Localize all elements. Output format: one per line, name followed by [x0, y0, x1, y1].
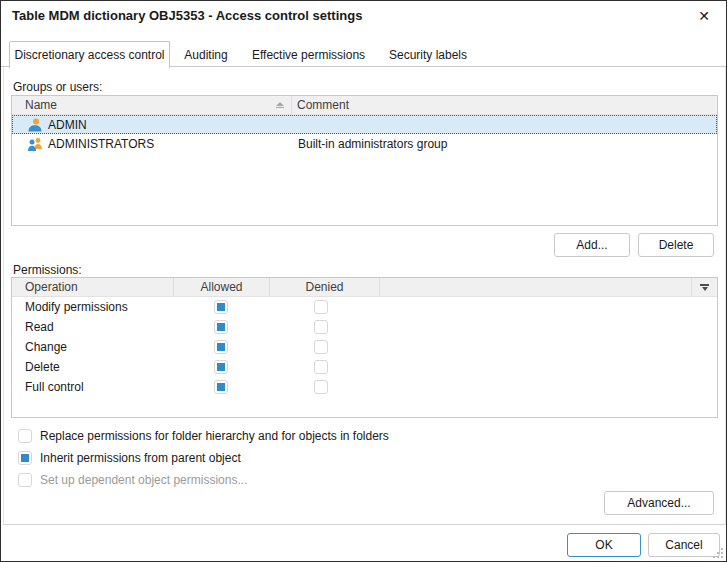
groups-list-header: Name Comment	[12, 96, 717, 115]
column-header-comment-label: Comment	[297, 98, 349, 112]
column-header-name[interactable]: Name	[12, 96, 292, 114]
option-replace-permissions: Replace permissions for folder hierarchy…	[18, 429, 389, 443]
dependent-permissions-checkbox[interactable]	[18, 473, 32, 487]
group-name: ADMINISTRATORS	[48, 137, 154, 151]
column-header-comment[interactable]: Comment	[292, 96, 717, 114]
tab-discretionary-access-control[interactable]: Discretionary access control	[9, 41, 170, 68]
close-button[interactable]: ✕	[690, 4, 718, 28]
denied-checkbox[interactable]	[314, 380, 328, 394]
column-header-denied-label: Denied	[305, 280, 343, 294]
permissions-table-header: Operation Allowed Denied	[12, 278, 717, 297]
column-filter-button[interactable]	[691, 278, 717, 296]
allowed-checkbox[interactable]	[214, 320, 228, 334]
sort-ascending-icon	[276, 102, 284, 108]
operation-label: Read	[25, 320, 54, 334]
tab-label: Auditing	[184, 48, 227, 62]
group-comment: Built-in administrators group	[298, 137, 447, 151]
tab-effective-permissions[interactable]: Effective permissions	[242, 43, 375, 67]
column-header-allowed[interactable]: Allowed	[174, 278, 270, 296]
column-header-operation[interactable]: Operation	[12, 278, 174, 296]
groups-list: Name Comment ADMIN ADMINISTRATORS	[11, 95, 718, 226]
column-header-denied[interactable]: Denied	[270, 278, 380, 296]
group-name: ADMIN	[48, 118, 87, 132]
add-button[interactable]: Add...	[554, 233, 630, 257]
ok-button[interactable]: OK	[567, 533, 641, 557]
close-icon: ✕	[698, 8, 710, 24]
tab-label: Discretionary access control	[14, 48, 164, 62]
operation-label: Modify permissions	[25, 300, 128, 314]
column-header-name-label: Name	[25, 98, 57, 112]
resize-grip[interactable]	[712, 547, 723, 558]
option-label: Replace permissions for folder hierarchy…	[40, 429, 389, 443]
tab-auditing[interactable]: Auditing	[170, 43, 242, 67]
operation-label: Full control	[25, 380, 84, 394]
filter-icon	[700, 284, 709, 291]
access-control-dialog: Table MDM dictionary OBJ5353 - Access co…	[0, 0, 727, 562]
replace-permissions-checkbox[interactable]	[18, 429, 32, 443]
permission-row-read: Read	[12, 317, 717, 337]
permissions-label: Permissions:	[13, 263, 82, 277]
option-dependent-permissions: Set up dependent object permissions...	[18, 473, 247, 487]
allowed-checkbox[interactable]	[214, 380, 228, 394]
option-label: Inherit permissions from parent object	[40, 451, 241, 465]
inherit-permissions-checkbox[interactable]	[18, 451, 32, 465]
denied-checkbox[interactable]	[314, 340, 328, 354]
operation-label: Delete	[25, 360, 60, 374]
permission-row-delete: Delete	[12, 357, 717, 377]
allowed-checkbox[interactable]	[214, 300, 228, 314]
denied-checkbox[interactable]	[314, 300, 328, 314]
cancel-button[interactable]: Cancel	[648, 533, 720, 557]
option-label: Set up dependent object permissions...	[40, 473, 247, 487]
group-row-admin[interactable]: ADMIN	[12, 115, 717, 134]
allowed-checkbox[interactable]	[214, 340, 228, 354]
denied-checkbox[interactable]	[314, 320, 328, 334]
tab-label: Effective permissions	[252, 48, 365, 62]
user-icon	[27, 117, 43, 133]
denied-checkbox[interactable]	[314, 360, 328, 374]
column-header-allowed-label: Allowed	[200, 280, 242, 294]
option-inherit-permissions: Inherit permissions from parent object	[18, 451, 241, 465]
permission-row-modify-permissions: Modify permissions	[12, 297, 717, 317]
tab-security-labels[interactable]: Security labels	[375, 43, 481, 67]
delete-button[interactable]: Delete	[638, 233, 714, 257]
groups-label: Groups or users:	[13, 80, 102, 94]
allowed-checkbox[interactable]	[214, 360, 228, 374]
permission-row-change: Change	[12, 337, 717, 357]
operation-label: Change	[25, 340, 67, 354]
column-header-operation-label: Operation	[25, 280, 78, 294]
titlebar: Table MDM dictionary OBJ5353 - Access co…	[1, 1, 726, 31]
permission-row-full-control: Full control	[12, 377, 717, 397]
tab-bar: Discretionary access control Auditing Ef…	[1, 41, 726, 67]
permissions-table: Operation Allowed Denied Modify permissi…	[11, 277, 718, 418]
group-row-administrators[interactable]: ADMINISTRATORS Built-in administrators g…	[12, 134, 717, 153]
tab-label: Security labels	[389, 48, 467, 62]
window-title: Table MDM dictionary OBJ5353 - Access co…	[12, 8, 362, 23]
users-icon	[27, 136, 43, 152]
advanced-button[interactable]: Advanced...	[604, 491, 714, 515]
